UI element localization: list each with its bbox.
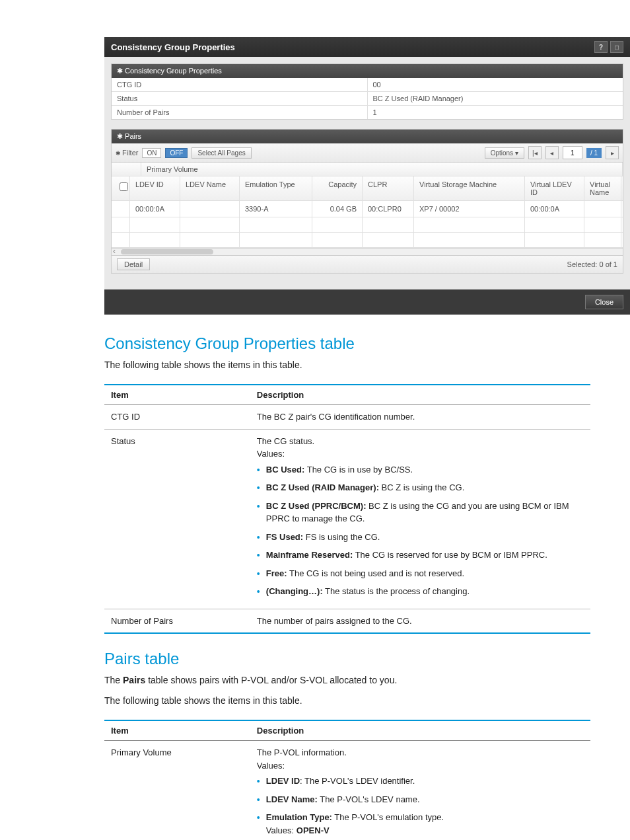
cell-capacity: 0.04 GB	[312, 201, 363, 217]
col-ldev-id[interactable]: LDEV ID	[130, 176, 180, 200]
grid-header-row: LDEV ID LDEV Name Emulation Type Capacit…	[112, 176, 623, 201]
td-item: Number of Pairs	[104, 609, 250, 633]
horizontal-scrollbar[interactable]	[112, 248, 623, 255]
maximize-icon[interactable]: □	[610, 41, 623, 53]
col-capacity[interactable]: Capacity	[312, 176, 363, 200]
close-button[interactable]: Close	[585, 295, 623, 309]
text: The P-VOL information.	[257, 746, 584, 759]
table-row	[112, 233, 623, 248]
td-desc: The CG status. Values: BC Used: The CG i…	[250, 429, 590, 609]
cg-properties-panel: ✱ Consistency Group Properties CTG ID 00…	[111, 63, 623, 120]
dialog-footer: Close	[104, 289, 630, 315]
text: The CG status.	[257, 435, 584, 448]
col-virtual-ldev-id[interactable]: Virtual LDEV ID	[525, 176, 584, 200]
section-heading: Pairs table	[104, 650, 590, 668]
help-icon[interactable]: ?	[594, 41, 608, 53]
page-input[interactable]	[563, 146, 582, 159]
kv-key: CTG ID	[112, 78, 367, 91]
list-item: LDEV Name: The P-VOL's LDEV name.	[257, 793, 584, 806]
th-item: Item	[104, 385, 250, 405]
select-all-pages-button[interactable]: Select All Pages	[192, 147, 251, 159]
kv-val: BC Z Used (RAID Manager)	[367, 92, 623, 105]
col-emulation-type[interactable]: Emulation Type	[240, 176, 312, 200]
pairs-grid: Primary Volume LDEV ID LDEV Name Emulati…	[112, 163, 623, 273]
pairs-header: ✱ Pairs	[112, 130, 623, 143]
grid-footer: Detail Selected: 0 of 1	[112, 255, 623, 273]
group-header-primary-volume: Primary Volume	[141, 163, 623, 176]
cg-properties-header: ✱ Consistency Group Properties	[112, 64, 623, 78]
page-total: / 1	[586, 148, 602, 158]
kv-val: 00	[367, 78, 623, 91]
pairs-doc-table: Item Description Primary Volume The P-VO…	[104, 720, 590, 840]
pairs-toolbar: Filter ON OFF Select All Pages Options ▾…	[112, 143, 623, 163]
table-row[interactable]: 00:00:0A 3390-A 0.04 GB 00:CLPR0 XP7 / 0…	[112, 201, 623, 217]
prev-page-button[interactable]: ◂	[545, 146, 559, 159]
kv-row: Status BC Z Used (RAID Manager)	[112, 92, 623, 106]
td-desc: The number of pairs assigned to the CG.	[250, 609, 590, 633]
cell-ldev-id: 00:00:0A	[130, 201, 180, 217]
list-item: LDEV ID: The P-VOL's LDEV identifier.	[257, 775, 584, 788]
cg-properties-table: Item Description CTG ID The BC Z pair's …	[104, 384, 590, 634]
cell-vldev: 00:00:0A	[525, 201, 584, 217]
filter-off-button[interactable]: OFF	[165, 148, 188, 158]
col-clpr[interactable]: CLPR	[363, 176, 414, 200]
pairs-panel: ✱ Pairs Filter ON OFF Select All Pages O…	[111, 129, 623, 274]
row-checkbox[interactable]	[112, 201, 130, 217]
col-ldev-name[interactable]: LDEV Name	[180, 176, 240, 200]
table-row	[112, 217, 623, 233]
paragraph: The following table shows the items in t…	[104, 694, 590, 708]
checkbox-header	[112, 163, 141, 176]
cell-ldev-name	[180, 201, 240, 217]
filter-label: Filter	[116, 149, 138, 157]
selected-count: Selected: 0 of 1	[567, 260, 617, 268]
dialog-screenshot: Consistency Group Properties ? □ ✱ Consi…	[104, 37, 630, 315]
dialog-titlebar: Consistency Group Properties ? □	[104, 37, 630, 57]
list-item: Mainframe Reserved: The CG is reserved f…	[257, 549, 584, 562]
text: Values:	[257, 759, 584, 773]
list-item: BC Z Used (PPRC/BCM): BC Z is using the …	[257, 500, 584, 525]
col-virtual-storage-machine[interactable]: Virtual Storage Machine	[414, 176, 525, 200]
detail-button[interactable]: Detail	[117, 258, 150, 270]
text: Values:	[257, 447, 584, 461]
kv-row: Number of Pairs 1	[112, 106, 623, 119]
section-heading: Consistency Group Properties table	[104, 334, 590, 353]
th-description: Description	[250, 720, 590, 741]
select-all-checkbox[interactable]	[112, 176, 130, 200]
list-item: Free: The CG is not being used and is no…	[257, 567, 584, 580]
list-item: BC Z Used (RAID Manager): BC Z is using …	[257, 481, 584, 494]
dialog-title: Consistency Group Properties	[111, 42, 235, 52]
th-description: Description	[250, 385, 590, 405]
filter-on-button[interactable]: ON	[142, 148, 161, 158]
next-page-button[interactable]: ▸	[606, 146, 619, 159]
cell-vname	[584, 201, 621, 217]
cell-vsm: XP7 / 00002	[414, 201, 525, 217]
list-item: BC Used: The CG is in use by BC/SS.	[257, 463, 584, 477]
td-item: Primary Volume	[104, 741, 250, 841]
kv-key: Number of Pairs	[112, 106, 367, 119]
paragraph: The Pairs table shows pairs with P-VOL a…	[104, 673, 590, 687]
list-item: Emulation Type: The P-VOL's emulation ty…	[257, 811, 584, 837]
cell-emulation: 3390-A	[240, 201, 312, 217]
kv-key: Status	[112, 92, 367, 105]
paragraph: The following table shows the items in t…	[104, 358, 590, 372]
cell-clpr: 00:CLPR0	[363, 201, 414, 217]
th-item: Item	[104, 720, 250, 741]
td-desc: The BC Z pair's CG identification number…	[250, 405, 590, 430]
first-page-button[interactable]: |◂	[528, 146, 542, 159]
kv-val: 1	[367, 106, 623, 119]
td-desc: The P-VOL information. Values: LDEV ID: …	[250, 741, 590, 841]
list-item: FS Used: FS is using the CG.	[257, 531, 584, 544]
td-item: Status	[104, 429, 250, 609]
td-item: CTG ID	[104, 405, 250, 430]
options-button[interactable]: Options ▾	[485, 147, 524, 159]
col-virtual-name[interactable]: Virtual Name	[584, 176, 621, 200]
kv-row: CTG ID 00	[112, 78, 623, 92]
list-item: (Changing…): The status is the process o…	[257, 585, 584, 598]
